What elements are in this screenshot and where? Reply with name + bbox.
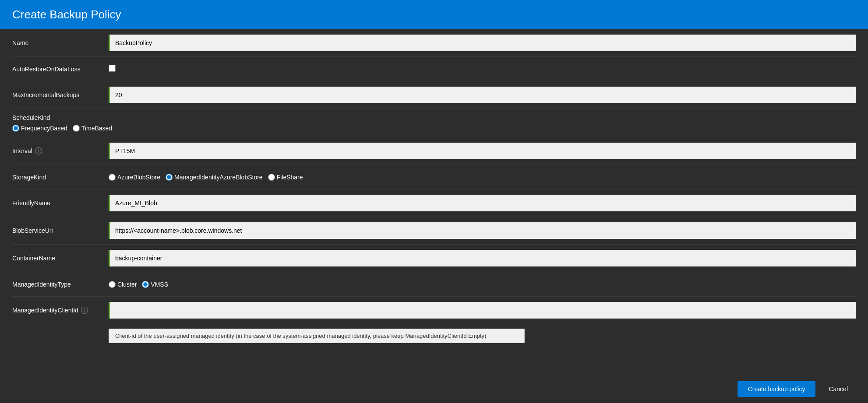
schedule-kind-row: ScheduleKind FrequencyBased TimeBased: [12, 109, 856, 137]
schedule-time-label: TimeBased: [81, 125, 112, 132]
container-name-label: ContainerName: [12, 255, 109, 262]
storage-fileshare-label: FileShare: [277, 174, 303, 181]
friendly-name-label: FriendlyName: [12, 200, 109, 207]
create-backup-policy-dialog: Create Backup Policy Name AutoRestoreOnD…: [0, 0, 868, 403]
storage-azure-label: AzureBlobStore: [117, 174, 160, 181]
storage-fileshare-radio[interactable]: [268, 174, 275, 181]
schedule-time-radio[interactable]: [73, 125, 80, 132]
managed-identity-tooltip: Client-id of the user-assigned managed i…: [109, 329, 525, 343]
storage-fileshare-option[interactable]: FileShare: [268, 174, 303, 181]
managed-identity-info-icon: i: [81, 307, 88, 314]
blob-service-uri-control: [109, 222, 856, 239]
friendly-name-input[interactable]: [109, 195, 856, 211]
managed-identity-cluster-radio[interactable]: [109, 281, 116, 288]
interval-control: [109, 143, 856, 159]
container-name-control: [109, 250, 856, 266]
schedule-kind-radio-group: FrequencyBased TimeBased: [12, 125, 856, 132]
managed-identity-type-label: ManagedIdentityType: [12, 281, 109, 288]
dialog-body: Name AutoRestoreOnDataLoss MaxIncrementa…: [0, 29, 868, 375]
max-incremental-row: MaxIncrementalBackups: [12, 81, 856, 109]
storage-kind-label: StorageKind: [12, 174, 109, 181]
schedule-frequency-label: FrequencyBased: [21, 125, 67, 132]
friendly-name-row: FriendlyName: [12, 189, 856, 217]
storage-azure-radio[interactable]: [109, 174, 116, 181]
create-backup-policy-button[interactable]: Create backup policy: [737, 381, 816, 397]
container-name-input[interactable]: [109, 250, 856, 266]
managed-identity-client-id-control: [109, 302, 856, 319]
managed-identity-vmss-option[interactable]: VMSS: [142, 281, 168, 288]
name-input[interactable]: [109, 35, 856, 51]
container-name-row: ContainerName: [12, 245, 856, 272]
interval-row: Interval i: [12, 137, 856, 165]
cancel-button[interactable]: Cancel: [821, 381, 856, 397]
schedule-frequency-radio[interactable]: [12, 125, 19, 132]
blob-service-uri-row: BlobServiceUri: [12, 217, 856, 245]
dialog-header: Create Backup Policy: [0, 0, 868, 29]
blob-service-uri-label: BlobServiceUri: [12, 227, 109, 234]
schedule-kind-label: ScheduleKind: [12, 114, 856, 121]
max-incremental-control: [109, 87, 856, 103]
storage-kind-control: AzureBlobStore ManagedIdentityAzureBlobS…: [109, 174, 856, 181]
schedule-time-option[interactable]: TimeBased: [73, 125, 112, 132]
managed-identity-type-control: Cluster VMSS: [109, 281, 856, 288]
auto-restore-control: [109, 65, 856, 73]
managed-identity-client-id-input[interactable]: [109, 302, 856, 319]
auto-restore-checkbox[interactable]: [109, 65, 116, 72]
schedule-frequency-option[interactable]: FrequencyBased: [12, 125, 67, 132]
blob-service-uri-input[interactable]: [109, 222, 856, 239]
dialog-title: Create Backup Policy: [12, 8, 856, 21]
name-row: Name: [12, 29, 856, 57]
interval-input[interactable]: [109, 143, 856, 159]
interval-label: Interval i: [12, 147, 109, 154]
managed-identity-type-radio-group: Cluster VMSS: [109, 281, 856, 288]
auto-restore-row: AutoRestoreOnDataLoss: [12, 57, 856, 81]
storage-managed-radio[interactable]: [166, 174, 173, 181]
managed-identity-client-id-row: ManagedIdentityClientId i: [12, 297, 856, 324]
managed-identity-cluster-label: Cluster: [117, 281, 137, 288]
storage-managed-option[interactable]: ManagedIdentityAzureBlobStore: [166, 174, 263, 181]
storage-kind-row: StorageKind AzureBlobStore ManagedIdenti…: [12, 165, 856, 189]
managed-identity-cluster-option[interactable]: Cluster: [109, 281, 137, 288]
managed-identity-type-row: ManagedIdentityType Cluster VMSS: [12, 272, 856, 297]
managed-identity-vmss-label: VMSS: [151, 281, 168, 288]
tooltip-area: Client-id of the user-assigned managed i…: [12, 324, 856, 349]
friendly-name-control: [109, 195, 856, 211]
max-incremental-label: MaxIncrementalBackups: [12, 91, 109, 98]
storage-azure-option[interactable]: AzureBlobStore: [109, 174, 160, 181]
storage-managed-label: ManagedIdentityAzureBlobStore: [174, 174, 263, 181]
interval-info-icon: i: [35, 147, 42, 154]
dialog-footer: Create backup policy Cancel: [0, 375, 868, 403]
name-label: Name: [12, 39, 109, 46]
auto-restore-label: AutoRestoreOnDataLoss: [12, 66, 109, 73]
storage-kind-radio-group: AzureBlobStore ManagedIdentityAzureBlobS…: [109, 174, 856, 181]
managed-identity-vmss-radio[interactable]: [142, 281, 149, 288]
managed-identity-client-id-label: ManagedIdentityClientId i: [12, 307, 109, 314]
name-control-area: [109, 35, 856, 51]
max-incremental-input[interactable]: [109, 87, 856, 103]
